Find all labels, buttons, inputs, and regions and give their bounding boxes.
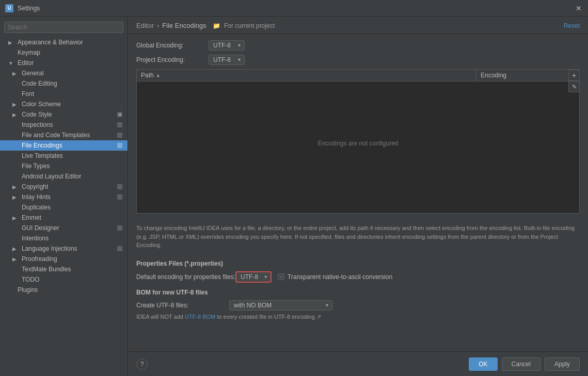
sidebar-item-file-code-templates[interactable]: ▶ File and Code Templates	[0, 130, 128, 140]
project-icon: 📁	[213, 22, 220, 29]
transparent-checkbox-row: ✓ Transparent native-to-ascii conversion	[278, 273, 392, 281]
apply-button[interactable]: Apply	[545, 357, 580, 371]
svg-rect-5	[117, 184, 122, 189]
breadcrumb: Editor › File Encodings	[136, 22, 206, 29]
search-input[interactable]	[4, 22, 123, 33]
dropdown-arrow-default-icon: ▼	[263, 274, 268, 280]
svg-rect-8	[117, 246, 122, 251]
sidebar-item-editor[interactable]: ▼ Editor	[0, 58, 128, 68]
sidebar-item-android-layout-editor[interactable]: ▶ Android Layout Editor	[0, 171, 128, 182]
svg-rect-7	[117, 225, 122, 231]
add-encoding-button[interactable]: +	[568, 70, 580, 81]
bom-section-title: BOM for new UTF-8 files	[136, 289, 580, 296]
sidebar-item-proofreading[interactable]: ▶ Proofreading	[0, 254, 128, 264]
expand-arrow-general-icon: ▶	[12, 71, 20, 76]
sidebar-item-file-types[interactable]: ▶ File Types	[0, 161, 128, 171]
breadcrumb-parent: Editor	[136, 22, 154, 29]
transparent-checkbox[interactable]: ✓	[278, 273, 284, 280]
breadcrumb-separator: ›	[157, 22, 159, 29]
utf8-bom-link[interactable]: UTF-8 BOM	[185, 314, 215, 320]
sidebar-item-copyright[interactable]: ▶ Copyright	[0, 182, 128, 192]
close-button[interactable]: ✕	[575, 4, 583, 12]
sidebar-item-live-templates[interactable]: ▶ Live Templates	[0, 151, 128, 161]
empty-message: Encodings are not configured	[317, 140, 398, 147]
global-encoding-dropdown[interactable]: UTF-8 ▼	[209, 40, 245, 51]
default-encoding-row: Default encoding for properties files: U…	[136, 271, 580, 283]
expand-arrow-color-icon: ▶	[12, 102, 20, 107]
create-utf8-dropdown[interactable]: with NO BOM ▼	[229, 300, 332, 310]
expand-arrow-lang-icon: ▶	[12, 246, 20, 252]
expand-arrow-editor-icon: ▼	[8, 60, 15, 66]
default-encoding-dropdown[interactable]: UTF-8 ▼	[235, 271, 272, 283]
main-layout: ▶ Appearance & Behavior ▶ Keymap ▼ Edito…	[0, 17, 588, 376]
file-encodings-badge	[116, 142, 123, 149]
expand-arrow-emmet-icon: ▶	[12, 215, 20, 221]
global-encoding-row: Global Encoding: UTF-8 ▼	[136, 40, 580, 51]
sidebar-item-textmate-bundles[interactable]: ▶ TextMate Bundles	[0, 264, 128, 274]
sidebar-item-font[interactable]: ▶ Font	[0, 89, 128, 99]
gui-badge	[116, 224, 123, 232]
project-encoding-dropdown[interactable]: UTF-8 ▼	[209, 55, 245, 65]
sidebar-item-emmet[interactable]: ▶ Emmet	[0, 212, 128, 223]
sort-arrow-icon: ▲	[156, 73, 161, 78]
path-header-cell: Path ▲	[137, 70, 476, 81]
expand-arrow-inlay-icon: ▶	[12, 194, 20, 200]
global-encoding-label: Global Encoding:	[136, 42, 209, 49]
dropdown-arrow-global-icon: ▼	[237, 43, 242, 48]
sidebar-item-language-injections[interactable]: ▶ Language Injections	[0, 243, 128, 254]
reset-button[interactable]: Reset	[564, 22, 580, 29]
idea-notice: IDEA will NOT add UTF-8 BOM to every cre…	[136, 314, 580, 320]
sidebar-item-code-editing[interactable]: ▶ Code Editing	[0, 78, 128, 89]
settings-window: U Settings ✕ ▶ Appearance & Behavior ▶ K…	[0, 0, 588, 376]
bom-section: BOM for new UTF-8 files Create UTF-8 fil…	[136, 289, 580, 320]
dropdown-arrow-project-icon: ▼	[237, 57, 242, 62]
inspections-badge	[116, 121, 123, 128]
svg-rect-2	[117, 122, 122, 127]
sidebar-item-general[interactable]: ▶ General	[0, 68, 128, 78]
table-body: Encodings are not configured	[137, 81, 579, 205]
svg-text:⊞: ⊞	[118, 112, 122, 117]
svg-rect-3	[117, 133, 122, 138]
copyright-badge	[116, 183, 123, 190]
for-current-project-label: 📁 For current project	[213, 22, 275, 29]
sidebar-item-gui-designer[interactable]: ▶ GUI Designer	[0, 223, 128, 233]
expand-arrow-codestyle-icon: ▶	[12, 112, 20, 118]
info-text: To change encoding IntelliJ IDEA uses fo…	[136, 220, 580, 254]
sidebar-item-color-scheme[interactable]: ▶ Color Scheme	[0, 99, 128, 109]
sidebar: ▶ Appearance & Behavior ▶ Keymap ▼ Edito…	[0, 17, 128, 376]
sidebar-item-keymap[interactable]: ▶ Keymap	[0, 47, 128, 58]
edit-encoding-button[interactable]: ✎	[568, 81, 580, 92]
svg-rect-6	[117, 194, 122, 200]
sidebar-item-code-style[interactable]: ▶ Code Style ⊞	[0, 109, 128, 120]
lang-badge	[116, 245, 123, 252]
table-header: Path ▲ Encoding	[137, 70, 579, 81]
sidebar-item-plugins[interactable]: ▶ Plugins	[0, 285, 128, 295]
properties-section-title: Properties Files (*.properties)	[136, 260, 580, 267]
main-header: Editor › File Encodings 📁 For current pr…	[128, 17, 588, 34]
sidebar-item-intentions[interactable]: ▶ Intentions	[0, 233, 128, 243]
project-encoding-row: Project Encoding: UTF-8 ▼	[136, 55, 580, 65]
sidebar-item-todo[interactable]: ▶ TODO	[0, 274, 128, 285]
sidebar-item-appearance-behavior[interactable]: ▶ Appearance & Behavior	[0, 37, 128, 47]
expand-arrow-copyright-icon: ▶	[12, 184, 20, 190]
table-actions: + ✎	[568, 70, 580, 92]
help-button[interactable]: ?	[136, 358, 148, 370]
create-utf8-label: Create UTF-8 files:	[136, 302, 229, 309]
inlay-hints-badge	[116, 193, 123, 201]
sidebar-item-inspections[interactable]: ▶ Inspections	[0, 120, 128, 130]
titlebar: U Settings ✕	[0, 0, 588, 17]
main-panel: Editor › File Encodings 📁 For current pr…	[128, 17, 588, 376]
sidebar-item-inlay-hints[interactable]: ▶ Inlay Hints	[0, 192, 128, 202]
encodings-table: Path ▲ Encoding Encodings are not config…	[136, 69, 580, 214]
cancel-button[interactable]: Cancel	[502, 357, 541, 371]
sidebar-item-file-encodings[interactable]: ▶ File Encodings	[0, 140, 128, 151]
expand-arrow-icon: ▶	[8, 40, 15, 45]
expand-arrow-proof-icon: ▶	[12, 256, 20, 262]
main-content: Global Encoding: UTF-8 ▼ Project Encodin…	[128, 34, 588, 351]
project-encoding-label: Project Encoding:	[136, 56, 209, 63]
default-encoding-label: Default encoding for properties files:	[136, 273, 235, 281]
encoding-header-cell: Encoding	[476, 70, 579, 81]
ok-button[interactable]: OK	[469, 357, 497, 371]
transparent-label: Transparent native-to-ascii conversion	[288, 273, 392, 281]
sidebar-item-duplicates[interactable]: ▶ Duplicates	[0, 202, 128, 212]
